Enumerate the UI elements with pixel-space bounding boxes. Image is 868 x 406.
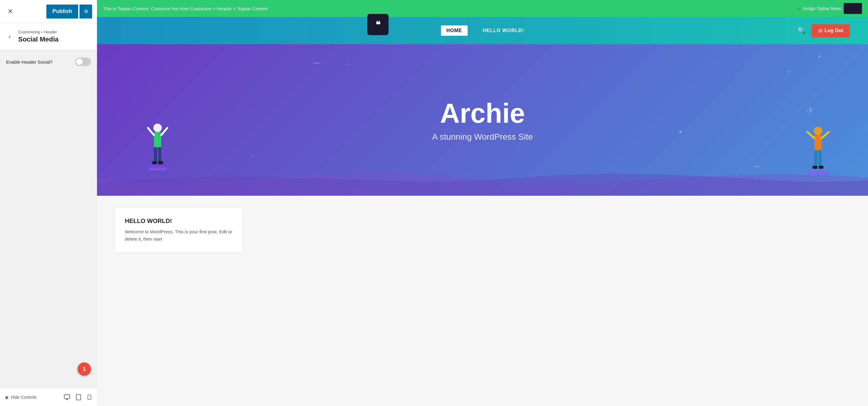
hero-subtitle: A stunning WordPress Site	[432, 132, 533, 142]
customizer-controls: Enable Header Social?	[0, 50, 97, 388]
hero-wave	[97, 159, 868, 196]
site-content: HELLO WORLD! Welcome to WordPress. This …	[97, 196, 868, 406]
deco-star-1: ✦	[817, 53, 822, 60]
header-text: Customizing ▸ Header Social Media	[18, 30, 59, 43]
deco-circle-1: ○	[251, 152, 255, 159]
hero-title: Archie	[440, 98, 525, 128]
svg-rect-12	[158, 147, 161, 162]
close-button[interactable]: ✕	[5, 6, 16, 17]
customizer-topbar: ✕ Publish ⚙	[0, 0, 97, 23]
logout-icon: ⊙	[818, 28, 822, 34]
svg-line-20	[822, 132, 829, 138]
breadcrumb-arrow-icon: ▸	[41, 30, 43, 34]
customizer-panel: ✕ Publish ⚙ ‹ Customizing ▸ Header Socia…	[0, 0, 97, 406]
publish-button[interactable]: Publish	[46, 4, 78, 19]
customizer-header: ‹ Customizing ▸ Header Social Media	[0, 23, 97, 50]
svg-rect-11	[154, 147, 157, 162]
figure-left	[146, 122, 170, 171]
svg-rect-0	[64, 395, 70, 399]
hide-controls-label: Hide Controls	[11, 395, 37, 400]
publish-area: Publish ⚙	[46, 4, 92, 19]
back-button[interactable]: ‹	[5, 32, 14, 41]
svg-rect-13	[152, 161, 157, 164]
card-title: HELLO WORLD!	[125, 218, 233, 224]
svg-rect-16	[146, 167, 170, 168]
hide-controls-button[interactable]: ◉ Hide Controls	[5, 395, 37, 400]
svg-line-19	[807, 132, 814, 138]
preview-area: This is Topbar Content. Cutomize this fr…	[97, 0, 868, 406]
desktop-view-button[interactable]	[64, 394, 70, 401]
svg-rect-18	[814, 135, 822, 150]
enable-header-social-row: Enable Header Social?	[6, 58, 91, 66]
card-text: Welcome to WordPress. This is your first…	[125, 228, 233, 243]
site-nav: ❝ HOME HELLO WORLD! 🔍 ⊙ Log Out	[97, 17, 868, 44]
svg-line-10	[161, 128, 167, 135]
svg-rect-8	[154, 132, 161, 147]
svg-rect-14	[158, 161, 163, 164]
topbar-content-text: This is Topbar Content. Cutomize this fr…	[103, 6, 268, 11]
deco-tilde-1: 〜	[753, 162, 760, 171]
topbar-dot-icon: ●	[797, 5, 800, 12]
tablet-view-button[interactable]	[75, 394, 82, 401]
nav-item-hello-world[interactable]: HELLO WORLD!	[483, 28, 524, 33]
nav-item-home[interactable]: HOME	[441, 26, 468, 36]
deco-star-2: ★	[678, 128, 683, 135]
svg-point-17	[814, 127, 822, 135]
site-hero: ~ ⌒ + ✦ ○ 〜 ✈ ★	[97, 44, 868, 196]
svg-rect-24	[818, 166, 824, 169]
svg-rect-21	[814, 150, 817, 167]
assign-topbar-menu-link[interactable]: Assign Topbar Menu	[803, 6, 841, 11]
notification-dots: ···	[89, 371, 93, 377]
figure-right	[804, 125, 832, 178]
nav-actions: 🔍 ⊙ Log Out	[797, 24, 850, 37]
publish-settings-button[interactable]: ⚙	[80, 4, 92, 19]
topbar-right: ● Assign Topbar Menu	[797, 3, 862, 14]
nav-items: HOME HELLO WORLD!	[441, 26, 524, 36]
content-card: HELLO WORLD! Welcome to WordPress. This …	[115, 208, 243, 252]
deco-swirl-1: ~	[313, 56, 320, 70]
mobile-view-button[interactable]	[87, 394, 92, 401]
breadcrumb-customizing: Customizing	[18, 30, 40, 34]
deco-plus-1: +	[787, 68, 791, 75]
svg-point-7	[153, 124, 162, 132]
logout-label: Log Out	[825, 28, 843, 33]
enable-header-social-label: Enable Header Social?	[6, 59, 53, 65]
svg-rect-23	[812, 166, 817, 169]
search-icon[interactable]: 🔍	[797, 27, 806, 35]
section-title: Social Media	[18, 35, 59, 43]
enable-header-social-toggle[interactable]	[75, 58, 91, 66]
customizer-footer: ◉ Hide Controls	[0, 388, 97, 406]
svg-rect-25	[807, 171, 829, 175]
eye-icon: ◉	[5, 395, 8, 400]
deco-swirl-2: ⌒	[344, 62, 351, 72]
svg-rect-22	[818, 150, 822, 167]
logo-quote-icon: ❝	[375, 20, 380, 30]
site-topbar: This is Topbar Content. Cutomize this fr…	[97, 0, 868, 17]
breadcrumb-header: Header	[44, 30, 57, 34]
footer-icons	[64, 394, 92, 401]
site-logo: ❝	[367, 14, 389, 35]
breadcrumb: Customizing ▸ Header	[18, 30, 59, 34]
logout-button[interactable]: ⊙ Log Out	[812, 24, 850, 37]
dark-corner-btn[interactable]	[844, 3, 862, 14]
svg-line-9	[148, 128, 154, 135]
deco-plane-icon: ✈	[806, 105, 814, 116]
